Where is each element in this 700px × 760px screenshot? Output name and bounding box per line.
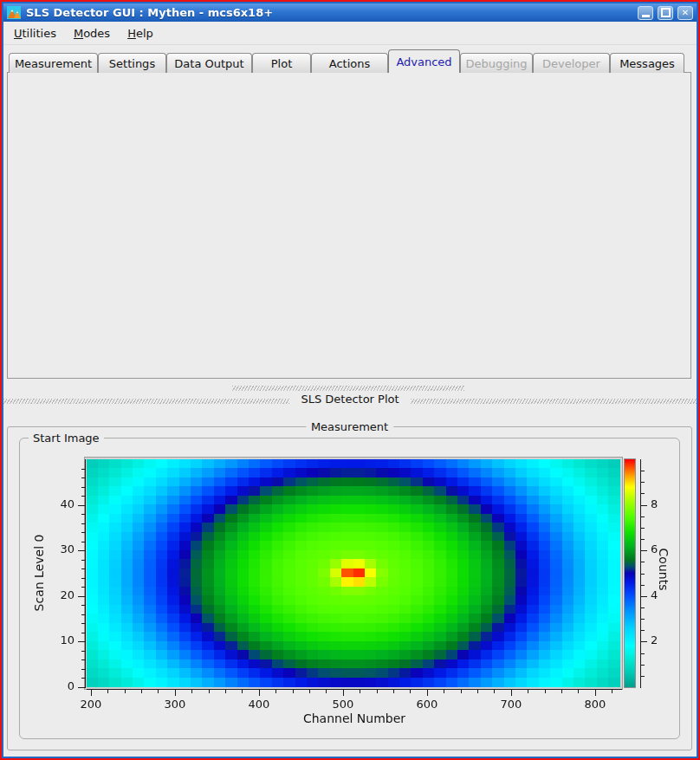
tab-advanced[interactable]: Advanced — [388, 49, 460, 73]
tab-bar: Measurement Settings Data Output Plot Ac… — [9, 49, 693, 73]
heatmap-canvas[interactable] — [87, 459, 620, 687]
tab-data-output[interactable]: Data Output — [166, 53, 252, 73]
tab-settings[interactable]: Settings — [98, 53, 166, 73]
tab-developer[interactable]: Developer — [533, 53, 610, 73]
app-mountain-icon — [7, 6, 21, 19]
close-button[interactable]: ✕ — [677, 6, 693, 20]
maximize-icon — [661, 8, 671, 17]
tab-measurement[interactable]: Measurement — [9, 53, 98, 73]
maximize-button[interactable] — [658, 6, 673, 20]
window-title: SLS Detector GUI : Mythen - mcs6x18+ — [26, 6, 273, 19]
tab-messages[interactable]: Messages — [610, 53, 684, 73]
minimize-icon — [642, 15, 650, 17]
tab-actions[interactable]: Actions — [311, 53, 388, 73]
splitter-plot-label: SLS Detector Plot — [292, 393, 407, 406]
advanced-tab-panel — [7, 72, 691, 379]
menu-utilities[interactable]: Utilities — [7, 24, 63, 42]
menu-help[interactable]: Help — [120, 24, 160, 42]
close-icon: ✕ — [682, 8, 689, 17]
colorbar-canvas — [625, 459, 635, 687]
title-bar[interactable]: SLS Detector GUI : Mythen - mcs6x18+ ✕ — [3, 3, 697, 22]
splitter-texture-left — [3, 399, 289, 404]
tab-plot[interactable]: Plot — [252, 53, 311, 73]
menu-bar: Utilities Modes Help — [3, 22, 697, 45]
measurement-title: Measurement — [311, 420, 388, 433]
minimize-button[interactable] — [638, 6, 653, 20]
start-image-title: Start Image — [33, 432, 100, 445]
tab-debugging[interactable]: Debugging — [460, 53, 533, 73]
splitter-texture-right — [411, 399, 697, 404]
menu-modes[interactable]: Modes — [67, 24, 117, 42]
splitter-handle[interactable] — [232, 386, 464, 391]
